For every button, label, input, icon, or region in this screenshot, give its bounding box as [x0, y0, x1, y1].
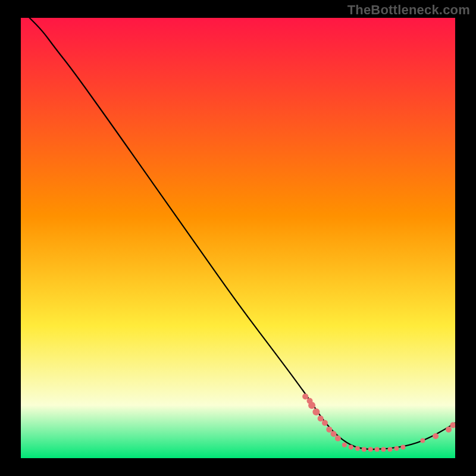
data-dot	[302, 393, 308, 399]
data-dot	[349, 445, 353, 450]
data-dot	[342, 443, 347, 447]
data-dot	[326, 427, 332, 433]
data-dot	[331, 431, 337, 437]
data-dot	[446, 427, 452, 433]
watermark-text: TheBottleneck.com	[347, 2, 470, 18]
data-dot	[375, 447, 380, 452]
data-dot	[355, 446, 360, 451]
data-dot	[433, 433, 439, 439]
data-dot	[394, 446, 399, 451]
chart-svg	[21, 18, 455, 458]
data-dot	[420, 438, 425, 443]
data-dot	[335, 436, 341, 441]
data-dot	[318, 415, 324, 421]
data-dot	[381, 447, 386, 452]
data-dot	[308, 402, 315, 409]
data-dot	[322, 420, 328, 426]
plot-area	[21, 18, 455, 458]
gradient-bg	[21, 18, 455, 458]
chart-frame: TheBottleneck.com	[0, 0, 476, 476]
data-dot	[362, 447, 367, 452]
data-dot	[312, 408, 320, 415]
data-dot	[388, 447, 393, 452]
data-dot	[400, 445, 405, 450]
data-dot	[368, 447, 373, 452]
